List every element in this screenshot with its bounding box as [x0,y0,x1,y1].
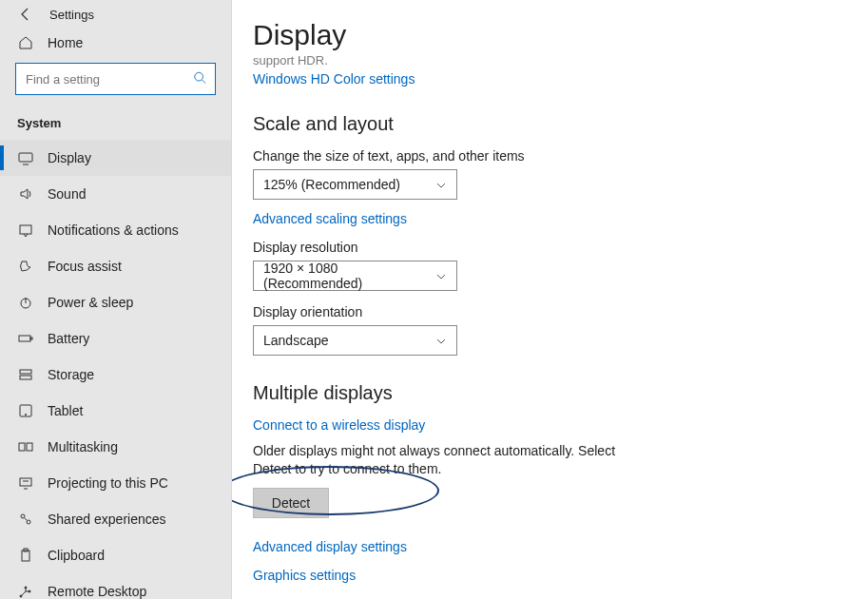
svg-rect-7 [20,376,31,379]
sidebar-item-multitasking[interactable]: Multitasking [0,429,231,465]
orientation-value: Landscape [263,333,329,348]
svg-rect-15 [22,551,29,561]
sidebar-item-label: Sound [48,186,86,202]
svg-rect-6 [20,370,31,374]
search-wrap [0,63,231,99]
sidebar-item-tablet[interactable]: Tablet [0,393,231,429]
sidebar-item-label: Notifications & actions [48,222,179,238]
app-title: Settings [49,8,94,22]
graphics-settings-link[interactable]: Graphics settings [253,568,356,583]
sidebar-item-label: Multitasking [48,439,118,454]
power-icon [17,294,34,311]
storage-icon [17,366,34,383]
main-content: Display support HDR. Windows HD Color se… [232,0,868,599]
sidebar-item-remote[interactable]: Remote Desktop [0,573,231,599]
svg-rect-10 [19,443,25,451]
focus-icon [17,258,34,275]
sidebar-item-label: Clipboard [48,548,105,563]
sidebar-item-sound[interactable]: Sound [0,176,231,212]
orientation-label: Display orientation [253,304,830,319]
chevron-down-icon [435,335,447,346]
wireless-display-link[interactable]: Connect to a wireless display [253,417,425,433]
battery-icon [17,330,34,347]
sidebar-item-label: Projecting to this PC [48,475,168,491]
svg-point-13 [21,514,25,518]
sidebar-item-battery[interactable]: Battery [0,320,231,357]
sidebar-item-label: Storage [48,367,94,382]
sidebar-nav: DisplaySoundNotifications & actionsFocus… [0,140,231,599]
sidebar-header: Settings [0,6,231,23]
projecting-icon [17,474,34,492]
chevron-down-icon [435,179,447,190]
sidebar-item-label: Focus assist [48,259,122,274]
svg-point-17 [20,595,22,597]
sidebar-item-focus[interactable]: Focus assist [0,248,231,284]
sidebar-item-label: Power & sleep [48,295,133,310]
sidebar-item-notifications[interactable]: Notifications & actions [0,212,231,248]
svg-point-9 [25,414,26,415]
svg-rect-11 [27,443,32,451]
orientation-select[interactable]: Landscape [253,325,457,356]
svg-rect-1 [19,153,32,162]
sidebar-item-clipboard[interactable]: Clipboard [0,537,231,573]
advanced-scaling-link[interactable]: Advanced scaling settings [253,211,407,226]
scale-select[interactable]: 125% (Recommended) [253,169,457,200]
detect-description: Older displays might not always connect … [253,442,633,478]
home-label: Home [48,35,83,50]
sidebar-item-power[interactable]: Power & sleep [0,284,231,320]
scale-layout-heading: Scale and layout [253,113,830,135]
svg-rect-12 [20,478,31,486]
remote-icon [17,583,34,599]
sidebar-item-display[interactable]: Display [0,140,231,176]
settings-sidebar: Settings Home System DisplaySoundNotific… [0,0,232,599]
sidebar-item-label: Remote Desktop [48,584,146,599]
resolution-label: Display resolution [253,240,830,255]
detect-button[interactable]: Detect [253,488,329,518]
multitasking-icon [17,438,34,455]
sidebar-item-label: Display [48,150,91,165]
svg-rect-5 [30,338,32,339]
sidebar-section-label: System [0,99,231,140]
svg-rect-4 [19,336,30,341]
sound-icon [17,185,34,203]
clipboard-icon [17,547,34,564]
shared-icon [17,511,34,528]
scale-value: 125% (Recommended) [263,177,400,192]
svg-point-18 [25,587,27,589]
scale-label: Change the size of text, apps, and other… [253,148,830,164]
svg-rect-2 [20,225,31,234]
sidebar-item-shared[interactable]: Shared experiences [0,501,231,537]
sidebar-item-storage[interactable]: Storage [0,357,231,393]
advanced-display-settings-link[interactable]: Advanced display settings [253,539,407,554]
multiple-displays-heading: Multiple displays [253,382,830,404]
svg-point-14 [27,520,30,524]
page-title: Display [253,19,830,51]
resolution-select[interactable]: 1920 × 1080 (Recommended) [253,261,457,291]
home-icon [17,34,34,51]
sidebar-item-projecting[interactable]: Projecting to this PC [0,465,231,501]
resolution-value: 1920 × 1080 (Recommended) [263,261,435,291]
sidebar-item-label: Battery [48,331,89,346]
sidebar-item-label: Tablet [48,403,83,418]
display-icon [17,149,34,166]
search-input[interactable] [15,63,216,95]
hdr-support-text: support HDR. [253,53,830,68]
back-button[interactable] [17,6,34,23]
notifications-icon [17,222,34,239]
sidebar-item-label: Shared experiences [48,512,166,527]
chevron-down-icon [435,270,447,281]
sidebar-item-home[interactable]: Home [0,23,231,63]
hd-color-settings-link[interactable]: Windows HD Color settings [253,71,415,87]
tablet-icon [17,402,34,419]
svg-point-19 [29,590,30,592]
